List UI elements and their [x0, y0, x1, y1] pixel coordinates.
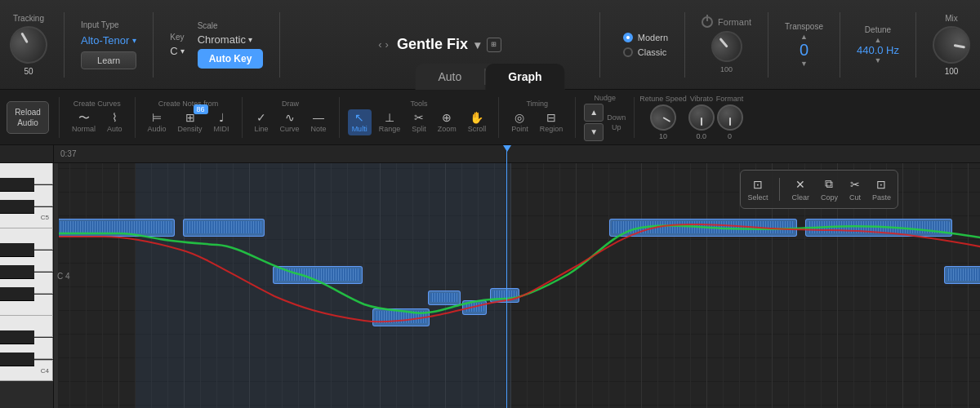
input-type-dropdown[interactable]: Alto-Tenor ▾ [81, 34, 136, 47]
context-clear-btn[interactable]: ✕ Clear [791, 178, 809, 202]
draw-group: Draw ✓ Line ∿ Curve — Note [247, 100, 334, 135]
split-btn[interactable]: ✂ Split [408, 109, 430, 135]
tab-graph[interactable]: Graph [485, 64, 564, 90]
tracking-knob[interactable] [3, 19, 55, 70]
multi-btn[interactable]: ↖ Multi [348, 109, 372, 135]
line-btn[interactable]: ✓ Line [251, 109, 273, 135]
formant-knob[interactable] [705, 24, 749, 69]
region-btn[interactable]: ⊟ Region [536, 109, 568, 135]
auto-curve-btn[interactable]: ⌇ Auto [103, 109, 127, 135]
patch-name-text: Gentle Fix [397, 36, 468, 53]
mode-modern-row[interactable]: Modern [623, 33, 668, 42]
note-3[interactable] [273, 266, 363, 284]
piano-key-eb4[interactable] [0, 330, 34, 344]
range-btn[interactable]: ⊥ Range [375, 109, 405, 135]
divider-4 [599, 12, 600, 78]
retune-speed-label: Retune Speed [639, 95, 687, 103]
chevron-down-icon-scale: ▾ [248, 35, 252, 44]
mix-knob[interactable] [929, 23, 973, 66]
note-7[interactable] [490, 288, 519, 303]
grid-icon[interactable]: ⊞ [487, 38, 501, 52]
tools-row: ↖ Multi ⊥ Range ✂ Split ⊕ Zoom ✋ Scroll [348, 109, 491, 135]
note-draw-icon: — [313, 112, 324, 123]
line-icon: ✓ [256, 112, 266, 123]
nudge-up-btn[interactable]: ▲ [584, 104, 604, 122]
note-5[interactable] [428, 290, 461, 305]
divider-1 [64, 12, 65, 78]
vibrato-label: Vibrato [690, 95, 713, 103]
context-select-btn[interactable]: ⊡ Select [747, 178, 768, 202]
context-paste-btn[interactable]: ⊡ Paste [872, 178, 891, 202]
transpose-value[interactable]: 0 [800, 41, 808, 60]
piano-key-gb4[interactable] [0, 287, 34, 301]
audio-label: Audio [148, 125, 167, 133]
vibrato-knob[interactable] [688, 104, 715, 131]
point-btn[interactable]: ◎ Point [507, 109, 532, 135]
mix-section: Mix 100 [933, 14, 970, 76]
formant-section: Formant 100 [702, 16, 751, 73]
nudge-down-btn[interactable]: ▼ [584, 123, 604, 141]
piano-key-db4[interactable] [0, 353, 34, 366]
region-icon: ⊟ [546, 112, 556, 123]
auto-label: Auto [107, 125, 122, 133]
scroll-bar-left[interactable] [54, 163, 59, 408]
note-wave [56, 221, 172, 233]
piano-key-ab4[interactable] [0, 265, 34, 279]
note-2[interactable] [183, 219, 265, 237]
zoom-btn[interactable]: ⊕ Zoom [434, 109, 461, 135]
down-label: Down [607, 113, 626, 122]
modern-label: Modern [638, 33, 668, 42]
note-8[interactable] [609, 219, 797, 237]
piano-key-eb5[interactable] [0, 178, 34, 192]
curve-icon: ∿ [285, 112, 295, 123]
next-icon[interactable]: › [385, 38, 389, 51]
note-1[interactable] [54, 219, 175, 237]
formant-toolbar-knob[interactable] [717, 104, 743, 131]
normal-curve-btn[interactable]: 〜 Normal [68, 109, 100, 135]
classic-radio[interactable] [623, 47, 633, 57]
density-btn[interactable]: 86 ⊞ Density [174, 109, 207, 135]
clear-icon: ✕ [795, 178, 805, 191]
audio-btn[interactable]: ⊨ Audio [144, 109, 171, 135]
context-select-label: Select [747, 193, 768, 202]
playhead [506, 145, 507, 408]
toolbar-div-1 [59, 97, 60, 138]
note-9[interactable] [805, 219, 952, 237]
prev-icon[interactable]: ‹ [378, 38, 381, 51]
roll-area[interactable]: 0:37 C 4 [54, 145, 980, 408]
power-icon[interactable] [702, 16, 713, 28]
input-type-label: Input Type [81, 20, 136, 29]
modern-radio[interactable] [623, 33, 633, 42]
context-cut-btn[interactable]: ✂ Cut [849, 178, 861, 202]
time-ruler: 0:37 [54, 145, 980, 163]
piano-key-db5[interactable] [0, 200, 34, 214]
mode-classic-row[interactable]: Classic [623, 47, 668, 57]
note-6[interactable] [462, 300, 487, 315]
nudge-group: Nudge ▲ ▼ Down Up [581, 94, 629, 141]
detune-value[interactable]: 440.0 Hz [857, 44, 899, 56]
timing-group: Timing ◎ Point ⊟ Region [504, 100, 570, 135]
note-10[interactable] [944, 266, 980, 284]
scale-dropdown[interactable]: Chromatic ▾ [198, 33, 264, 46]
context-paste-label: Paste [872, 193, 891, 202]
note-4[interactable] [372, 308, 430, 326]
note-btn[interactable]: — Note [307, 109, 331, 135]
learn-button[interactable]: Learn [81, 51, 136, 69]
retune-speed-knob[interactable] [645, 100, 681, 135]
tab-auto[interactable]: Auto [415, 64, 484, 90]
key-dropdown[interactable]: C ▾ [170, 45, 184, 57]
chevron-down-icon-patch[interactable]: ▾ [474, 38, 480, 51]
midi-btn[interactable]: ♩ MIDI [210, 109, 234, 135]
scroll-btn[interactable]: ✋ Scroll [464, 109, 491, 135]
tools-label: Tools [410, 100, 427, 108]
reload-audio-button[interactable]: ReloadAudio [7, 101, 49, 134]
tracking-value: 50 [24, 67, 33, 76]
auto-key-button[interactable]: Auto Key [198, 49, 264, 69]
piano-key-bb4[interactable] [0, 243, 34, 257]
tracking-label: Tracking [13, 14, 44, 23]
note-wave-4 [375, 311, 427, 323]
mode-section: Modern Classic [623, 33, 668, 57]
curve-btn[interactable]: ∿ Curve [276, 109, 304, 135]
context-menu: ⊡ Select ✕ Clear ⧉ Copy ✂ Cut ⊡ Paste [740, 170, 898, 209]
context-copy-btn[interactable]: ⧉ Copy [821, 177, 838, 202]
